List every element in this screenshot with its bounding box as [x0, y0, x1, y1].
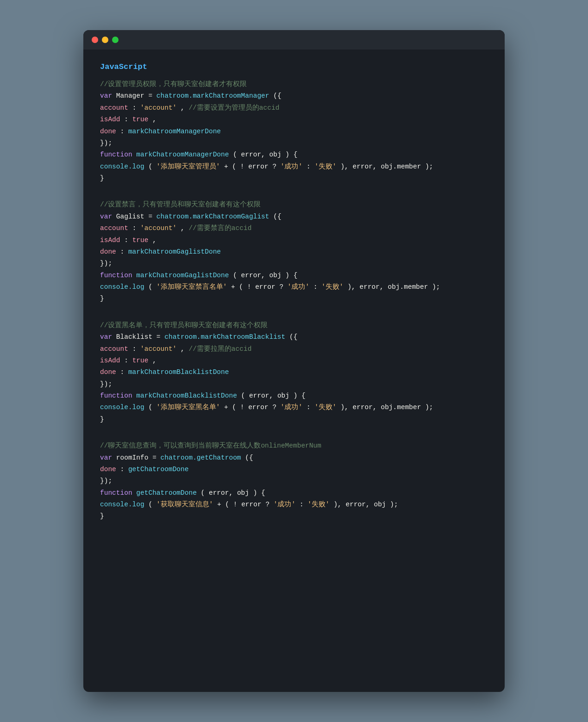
- line-done-4: done : getChatroomDone: [100, 464, 488, 475]
- line-done-2: done : markChatroomGaglistDone: [100, 246, 488, 258]
- line-isadd-3: isAdd : true ,: [100, 355, 488, 367]
- line-console-4: console.log ( '获取聊天室信息' + ( ! error ? '成…: [100, 499, 488, 510]
- line-account: account : 'account' , //需要设置为管理员的accid: [100, 102, 488, 114]
- line-close-2: });: [100, 258, 488, 269]
- line-isadd-1: isAdd : true ,: [100, 114, 488, 125]
- line-fn-close-4: }: [100, 510, 488, 522]
- line-console-1: console.log ( '添加聊天室管理员' + ( ! error ? '…: [100, 161, 488, 173]
- line-fn-manager: function markChatroomManagerDone ( error…: [100, 149, 488, 161]
- code-area: JavaScript //设置管理员权限，只有聊天室创建者才有权限 var Ma…: [83, 50, 505, 556]
- section-gaglist: //设置禁言，只有管理员和聊天室创建者有这个权限 var Gaglist = c…: [100, 199, 488, 305]
- line-console-3: console.log ( '添加聊天室黑名单' + ( ! error ? '…: [100, 402, 488, 413]
- line-fn-close-2: }: [100, 293, 488, 305]
- line-console-2: console.log ( '添加聊天室禁言名单' + ( ! error ? …: [100, 281, 488, 293]
- line-var-manager: var Manager = chatroom.markChatroomManag…: [100, 90, 488, 102]
- line-done-3: done : markChatroomBlacklistDone: [100, 367, 488, 378]
- line-account-gaglist: account : 'account' , //需要禁言的accid: [100, 223, 488, 234]
- comment-roominfo: //聊天室信息查询，可以查询到当前聊天室在线人数onlineMemberNum: [100, 440, 488, 452]
- kw-var: var: [100, 92, 112, 100]
- line-account-blacklist: account : 'account' , //需要拉黑的accid: [100, 343, 488, 355]
- line-close-4: });: [100, 475, 488, 487]
- minimize-button[interactable]: [102, 37, 108, 43]
- line-close-1: });: [100, 137, 488, 149]
- code-block: //设置管理员权限，只有聊天室创建者才有权限 var Manager = cha…: [100, 79, 488, 523]
- line-var-blacklist: var Blacklist = chatroom.markChatroomBla…: [100, 331, 488, 343]
- comment-manager: //设置管理员权限，只有聊天室创建者才有权限: [100, 79, 488, 90]
- line-var-roominfo: var roomInfo = chatroom.getChatroom ({: [100, 452, 488, 464]
- comment-gaglist: //设置禁言，只有管理员和聊天室创建者有这个权限: [100, 199, 488, 211]
- section-manager: //设置管理员权限，只有聊天室创建者才有权限 var Manager = cha…: [100, 79, 488, 184]
- method-manager: chatroom.markChatroomManager: [156, 92, 269, 100]
- line-done-1: done : markChatroomManagerDone: [100, 126, 488, 137]
- title-bar: [83, 30, 505, 50]
- section-roominfo: //聊天室信息查询，可以查询到当前聊天室在线人数onlineMemberNum …: [100, 440, 488, 523]
- line-fn-close-1: }: [100, 173, 488, 184]
- section-blacklist: //设置黑名单，只有管理员和聊天室创建者有这个权限 var Blacklist …: [100, 320, 488, 425]
- close-button[interactable]: [92, 37, 98, 43]
- line-fn-close-3: }: [100, 414, 488, 425]
- line-fn-gaglist: function markChatroomGaglistDone ( error…: [100, 270, 488, 281]
- comment-blacklist: //设置黑名单，只有管理员和聊天室创建者有这个权限: [100, 320, 488, 331]
- language-label: JavaScript: [100, 62, 488, 71]
- line-fn-blacklist: function markChatroomBlacklistDone ( err…: [100, 390, 488, 402]
- line-isadd-2: isAdd : true ,: [100, 235, 488, 246]
- maximize-button[interactable]: [112, 37, 119, 43]
- line-var-gaglist: var Gaglist = chatroom.markChatroomGagli…: [100, 211, 488, 223]
- var-manager: Manager: [116, 92, 149, 100]
- line-close-3: });: [100, 379, 488, 390]
- code-window: JavaScript //设置管理员权限，只有聊天室创建者才有权限 var Ma…: [83, 30, 505, 692]
- line-fn-roominfo: function getChatroomDone ( error, obj ) …: [100, 487, 488, 499]
